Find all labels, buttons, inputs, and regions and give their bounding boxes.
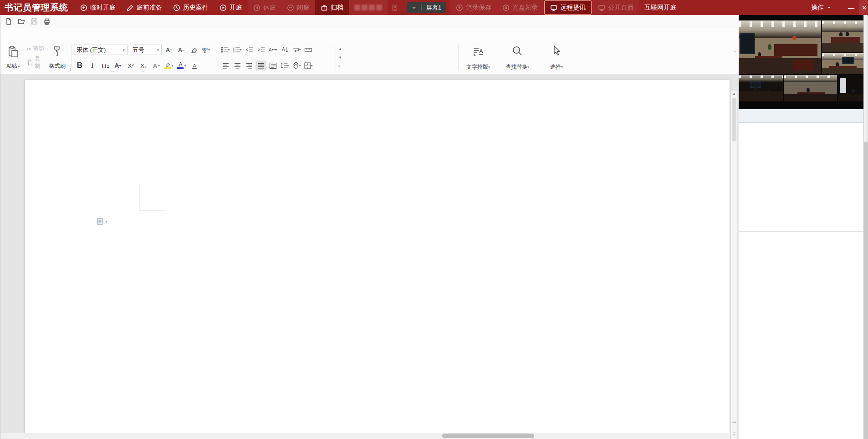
topbar-button[interactable]: 互联网开庭 [639, 0, 682, 15]
increase-indent-icon [257, 46, 265, 54]
vertical-scrollbar[interactable]: ▲ ▭ ⌄⌄ [730, 91, 737, 439]
text-layout-icon: A [472, 45, 484, 57]
sidebar-scrollbar[interactable] [863, 15, 868, 439]
eraser-icon [190, 47, 197, 53]
align-right-button[interactable] [244, 61, 255, 71]
page-nav-icon[interactable]: ▭ [731, 419, 737, 424]
margin-corner-mark [139, 184, 167, 211]
text-layout-button[interactable]: A 文字排版▾ [459, 42, 498, 73]
topbar-button[interactable]: 历史案件 [168, 0, 214, 15]
justify-button[interactable] [255, 61, 266, 71]
open-folder-icon[interactable] [16, 16, 27, 26]
align-center-button[interactable] [232, 61, 243, 71]
document-page[interactable]: ▾ [25, 80, 730, 439]
vscroll-thumb[interactable] [732, 98, 736, 141]
video-feed-courtroom-wide[interactable] [739, 20, 821, 74]
topbar-button: 光盘刻录 [497, 0, 543, 15]
styles-scroll-arrows[interactable]: ▲ ▼ ≡ [337, 46, 343, 70]
scissors-icon: ✂ [26, 46, 31, 52]
sidebar-scrollbar-thumb[interactable] [864, 15, 868, 142]
horizontal-scrollbar[interactable] [0, 433, 729, 439]
bullet-list-button[interactable]: ▾ [220, 45, 231, 55]
numbered-list-button[interactable]: 1 2 3 ▾ [232, 45, 243, 55]
paste-button[interactable]: 粘贴 ▾ [3, 44, 23, 71]
font-name-select[interactable]: 宋体 (正文)▾ [74, 45, 128, 55]
increase-font-button[interactable]: A+ [164, 45, 174, 55]
minus-circle-icon [287, 4, 294, 11]
distribute-icon [269, 62, 277, 70]
italic-button[interactable]: I [87, 61, 97, 71]
dialog-launcher[interactable] [112, 68, 115, 71]
topbar-button[interactable]: 庭前准备 [121, 0, 168, 15]
topbar-button[interactable]: 远程提讯 [544, 0, 592, 15]
screen-selector[interactable]: 屏幕1 [407, 2, 446, 13]
pinyin-icon: wén文 [202, 47, 208, 53]
actions-menu-button[interactable]: 操作 [799, 4, 843, 12]
text-effects-button[interactable]: A▾ [151, 61, 161, 71]
align-right-icon [245, 62, 253, 70]
format-painter-button[interactable]: 格式刷 [46, 44, 69, 71]
video-feed-appellant[interactable] [822, 20, 863, 52]
underline-button[interactable]: U▾ [100, 61, 110, 71]
paste-options-icon [96, 217, 104, 226]
superscript-button[interactable]: X² [126, 61, 136, 71]
wrap-button[interactable]: ▾ [291, 45, 302, 55]
borders-button[interactable]: ▾ [303, 61, 314, 71]
font-color-button[interactable]: A ▾ [177, 61, 187, 71]
copy-button[interactable]: 复制 [26, 55, 45, 70]
video-feed-remote[interactable] [838, 75, 863, 101]
topbar-button[interactable]: 归档 [315, 0, 349, 15]
format-painter-icon [52, 45, 62, 57]
app-titlebar: 书记员管理系统 临时开庭 庭前准备 历史案件 开庭 休庭 闭庭 归档 屏幕1 笔… [0, 0, 868, 15]
svg-text:A: A [282, 47, 285, 52]
paste-options-button[interactable]: ▾ [96, 217, 107, 226]
text-direction-button[interactable]: A [279, 45, 290, 55]
decrease-font-button[interactable]: A− [176, 45, 186, 55]
distribute-button[interactable] [267, 61, 278, 71]
font-size-select[interactable]: 五号▾ [130, 45, 162, 55]
highlight-color-button[interactable]: ▾ [164, 61, 174, 71]
video-feed-respondent[interactable] [822, 53, 863, 74]
ruler-button[interactable] [303, 45, 314, 55]
dialog-launcher[interactable] [141, 68, 144, 71]
document-area[interactable]: ▾ [0, 74, 739, 439]
line-spacing-button[interactable]: ▾ [279, 61, 290, 71]
select-button[interactable]: 选择▾ [537, 42, 576, 73]
court-control-sidebar [739, 15, 868, 439]
new-file-icon[interactable] [3, 16, 14, 26]
highlighter-icon [164, 62, 171, 69]
bold-button[interactable]: B [75, 61, 85, 71]
video-feed-counsel[interactable] [784, 75, 837, 101]
align-left-button[interactable] [220, 61, 231, 71]
text-direction-icon: A [281, 46, 289, 54]
topbar-menu: 临时开庭 庭前准备 历史案件 开庭 休庭 闭庭 归档 [75, 0, 349, 15]
hscroll-thumb[interactable] [442, 434, 534, 438]
cursor-icon [551, 45, 562, 57]
video-feed-gallery[interactable] [739, 75, 783, 101]
double-chevron-down-icon[interactable]: ⌄⌄ [731, 430, 737, 435]
decrease-indent-button[interactable] [244, 45, 255, 55]
dialog-launcher[interactable] [67, 68, 71, 71]
more-styles-icon[interactable]: ≡ [338, 65, 342, 69]
faded-toolbar-button [349, 0, 388, 15]
print-icon[interactable] [41, 16, 52, 26]
topbar-button[interactable]: 临时开庭 [75, 0, 121, 15]
increase-indent-button[interactable] [255, 45, 266, 55]
pinyin-guide-button[interactable]: wén文 ▾ [201, 45, 211, 55]
topbar-button[interactable]: 开庭 [214, 0, 248, 15]
cut-button[interactable]: ✂ 剪切 [26, 45, 45, 53]
find-replace-button[interactable]: 查找替换▾ [498, 42, 537, 73]
character-scale-button[interactable]: A ▾ [267, 45, 278, 55]
scroll-down-icon[interactable]: ▼ [338, 56, 342, 60]
shading-button[interactable]: ▾ [291, 61, 302, 71]
collapse-ribbon-icon[interactable]: ⌃ [733, 50, 737, 56]
close-button[interactable]: ✕ [859, 0, 868, 15]
scroll-up-icon[interactable]: ▲ [731, 91, 737, 96]
character-shading-button[interactable]: A [189, 61, 199, 71]
minimize-button[interactable]: — [843, 0, 859, 15]
search-icon [511, 45, 523, 57]
play-circle-icon [220, 4, 227, 11]
align-left-icon [222, 62, 230, 70]
clear-format-button[interactable] [189, 45, 199, 55]
scroll-up-icon[interactable]: ▲ [338, 47, 342, 51]
